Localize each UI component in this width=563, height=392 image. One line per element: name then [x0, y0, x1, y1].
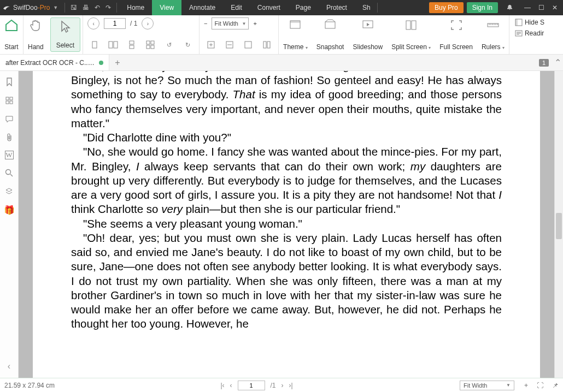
vertical-scrollbar[interactable]: [554, 71, 563, 378]
app-name-a: SwifDoo: [13, 4, 38, 11]
grid-icon[interactable]: [143, 39, 157, 51]
status-fullscreen-icon[interactable]: ⛶: [532, 382, 548, 389]
document-page: Yes, she called yesterday with her fathe…: [33, 71, 540, 378]
sign-in-button[interactable]: Sign In: [467, 2, 498, 13]
attachments-icon[interactable]: [4, 132, 15, 143]
fit-width-icon[interactable]: [222, 39, 237, 51]
svg-rect-6: [151, 41, 154, 44]
bell-icon[interactable]: 🔔︎: [507, 4, 513, 11]
svg-rect-0: [92, 41, 97, 48]
svg-rect-12: [263, 41, 266, 48]
single-page-icon[interactable]: [87, 39, 102, 51]
menu-annotate[interactable]: Annotate: [181, 0, 223, 15]
sidebar-collapse-icon[interactable]: ‹: [8, 361, 10, 371]
thumbnails-icon[interactable]: [4, 95, 15, 106]
close-icon[interactable]: ✕: [552, 4, 558, 11]
svg-rect-27: [10, 101, 13, 104]
bookmark-icon[interactable]: [4, 76, 15, 87]
menu-protect[interactable]: Protect: [319, 0, 355, 15]
document-viewport[interactable]: Yes, she called yesterday with her fathe…: [19, 71, 554, 378]
page-dimensions: 21.59 x 27.94 cm: [0, 382, 59, 389]
word-export-icon[interactable]: W: [5, 151, 14, 159]
comments-icon[interactable]: [4, 114, 15, 124]
search-icon[interactable]: [4, 167, 15, 178]
svg-rect-25: [10, 97, 13, 100]
rulers-button[interactable]: Rulers ▾: [477, 15, 509, 54]
next-page-icon[interactable]: ›: [282, 382, 284, 389]
status-page-total: /1: [271, 382, 276, 389]
scrollbar-thumb[interactable]: [556, 213, 562, 239]
cursor-icon: [60, 20, 71, 33]
menu-page[interactable]: Page: [288, 0, 319, 15]
status-zoom-select[interactable]: Fit Width▼: [460, 381, 514, 390]
svg-rect-15: [290, 21, 300, 23]
page-total: / 1: [130, 20, 137, 27]
snapshot-button[interactable]: Snapshot: [312, 15, 349, 54]
hide-sidebar-button[interactable]: Hide S: [515, 19, 544, 26]
prev-page-button[interactable]: ‹: [87, 17, 99, 29]
two-page-icon[interactable]: [106, 39, 120, 51]
zoom-out-button[interactable]: −: [204, 20, 207, 27]
minimize-icon[interactable]: —: [524, 4, 531, 11]
svg-rect-11: [245, 41, 251, 48]
document-tab[interactable]: after Extract OCR OCR - C....pdf: [0, 55, 109, 70]
svg-rect-24: [6, 97, 9, 100]
save-icon[interactable]: 🖫: [71, 4, 77, 11]
slideshow-button[interactable]: Slideshow: [348, 15, 387, 54]
menu-view[interactable]: View: [152, 0, 181, 15]
rotate-ccw-icon[interactable]: ↺: [162, 39, 176, 51]
new-tab-button[interactable]: +: [109, 55, 126, 70]
rotate-cw-icon[interactable]: ↻: [180, 39, 195, 51]
zoom-group: − Fit Width▼ +: [200, 15, 278, 54]
status-bar: 21.59 x 27.94 cm |‹ ‹ /1 › ›| Fit Width▼…: [0, 378, 563, 392]
svg-rect-3: [130, 41, 134, 44]
hand-tool-button[interactable]: Hand: [24, 15, 48, 54]
reading-mode-button[interactable]: Readir: [515, 29, 544, 37]
fullscreen-icon: [450, 19, 463, 31]
tabs-chevron-icon[interactable]: ⌃: [552, 55, 563, 70]
app-menu-dropdown[interactable]: ▼: [53, 5, 58, 10]
status-pin-icon[interactable]: 📌︎: [548, 382, 563, 389]
status-zoom-in-icon[interactable]: +: [520, 382, 532, 389]
svg-rect-22: [515, 19, 518, 26]
svg-rect-2: [114, 41, 118, 48]
start-button[interactable]: Start: [0, 15, 23, 54]
prev-page-icon[interactable]: ‹: [230, 382, 232, 389]
buy-pro-button[interactable]: Buy Pro: [429, 2, 464, 13]
status-page-input[interactable]: [238, 381, 265, 390]
gift-icon[interactable]: 🎁: [4, 204, 15, 215]
zoom-select[interactable]: Fit Width▼: [212, 17, 249, 29]
title-bar: SwifDoo-Pro ▼ 🖫 🖶 ↶ ↷ Home View Annotate…: [0, 0, 563, 15]
redo-icon[interactable]: ↷: [105, 4, 111, 11]
fit-page-icon[interactable]: [204, 39, 218, 51]
menu-share[interactable]: Sh: [355, 0, 378, 15]
page-input[interactable]: [104, 18, 126, 29]
menu-edit[interactable]: Edit: [223, 0, 250, 15]
next-page-button[interactable]: ›: [142, 17, 154, 29]
status-nav: |‹ ‹ /1 › ›|: [220, 381, 292, 390]
maximize-icon[interactable]: ☐: [538, 4, 544, 11]
select-tool-button[interactable]: Select: [50, 17, 80, 52]
svg-rect-4: [130, 45, 134, 49]
snapshot-icon: [324, 19, 337, 31]
svg-rect-18: [406, 21, 410, 29]
continuous-icon[interactable]: [125, 39, 139, 51]
full-screen-button[interactable]: Full Screen: [435, 15, 477, 54]
main-menu: Home View Annotate Edit Convert Page Pro…: [119, 0, 378, 15]
zoom-in-button[interactable]: +: [253, 20, 256, 27]
layers-icon[interactable]: [4, 186, 15, 197]
undo-icon[interactable]: ↶: [95, 4, 100, 11]
actual-size-icon[interactable]: [241, 39, 255, 51]
reflow-icon[interactable]: [260, 39, 274, 51]
print-icon[interactable]: 🖶: [83, 4, 89, 11]
svg-rect-13: [267, 41, 270, 48]
svg-point-28: [6, 169, 11, 174]
last-page-icon[interactable]: ›|: [289, 382, 293, 389]
theme-button[interactable]: Theme ▾: [279, 15, 312, 54]
split-screen-button[interactable]: Split Screen ▾: [387, 15, 435, 54]
menu-convert[interactable]: Convert: [250, 0, 288, 15]
ribbon-right-panel: Hide S Readir: [509, 15, 550, 54]
menu-home[interactable]: Home: [119, 0, 152, 15]
first-page-icon[interactable]: |‹: [220, 382, 224, 389]
quick-access-toolbar: 🖫 🖶 ↶ ↷: [67, 4, 114, 11]
